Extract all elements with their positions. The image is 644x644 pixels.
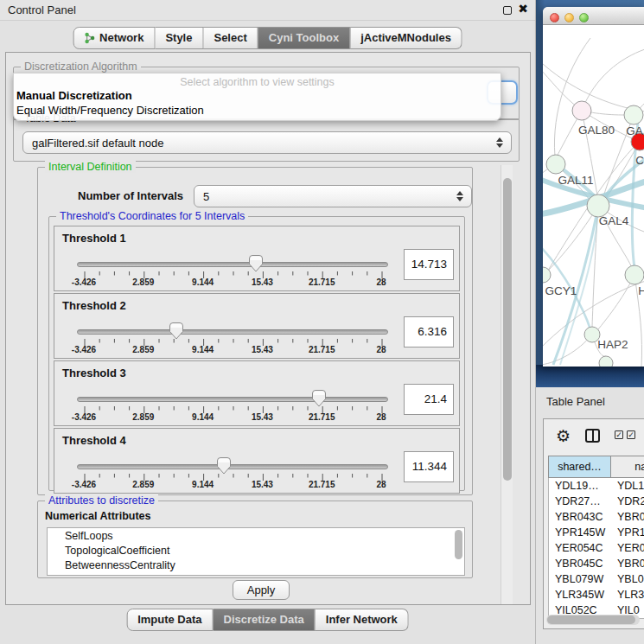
slider-tick-label: 2.859 [118, 480, 169, 489]
minimize-traffic-light-icon[interactable] [564, 13, 574, 22]
attributes-scrollbar[interactable] [455, 530, 462, 559]
network-node-bottom[interactable] [599, 356, 613, 367]
checkbox-icon[interactable]: ✓ [627, 430, 635, 439]
zoom-traffic-light-icon[interactable] [579, 13, 589, 22]
number-of-intervals-label: Number of Intervals [78, 189, 183, 202]
threshold-slider-track[interactable] [77, 464, 388, 469]
threshold-slider-track[interactable] [77, 262, 388, 267]
table-data-select[interactable]: galFiltered.sif default node [22, 131, 512, 154]
cell-shared-name[interactable]: YPR145W [549, 525, 611, 540]
threshold-label: Threshold 2 [62, 299, 126, 312]
checkbox-icon[interactable]: ✓ [615, 430, 623, 439]
cell-name[interactable]: YBR0 [611, 556, 644, 571]
float-window-icon[interactable] [503, 6, 512, 15]
cell-name[interactable]: YLR3 [611, 587, 644, 603]
combo-stepper-icon [496, 137, 503, 148]
threshold-value-field[interactable]: 6.316 [404, 316, 454, 348]
network-node-label: GAL11 [558, 174, 593, 187]
tab-style[interactable]: Style [155, 27, 203, 49]
cyni-toolbox-panel: Discretization Algorithm Select algorith… [5, 52, 531, 605]
tab-impute-data[interactable]: Impute Data [126, 609, 213, 631]
slider-tick-label: 28 [355, 277, 407, 287]
table-row[interactable]: YPR145WYPR1 [549, 525, 644, 540]
slider-tick-label: 2.859 [118, 277, 169, 287]
cell-shared-name[interactable]: YDL19… [549, 478, 611, 494]
network-edge [554, 38, 590, 164]
cell-name[interactable]: YDL1 [611, 478, 644, 494]
cell-shared-name[interactable]: YBL079W [549, 571, 611, 587]
threshold-slider-thumb[interactable] [312, 390, 326, 407]
threshold-value-field[interactable]: 11.344 [404, 451, 454, 482]
threshold-value-field[interactable]: 14.713 [404, 249, 454, 280]
network-node-gal11[interactable] [546, 155, 565, 174]
slider-tick-label: -3.426 [58, 480, 110, 489]
cell-shared-name[interactable]: YBR043C [549, 509, 611, 525]
tab-select[interactable]: Select [203, 27, 258, 49]
right-column: GAL80GACGAL11GAL4GCY1HHAP2 Table Panel ⚙… [536, 0, 644, 644]
threshold-panel-2: Threshold 2-3.4262.8599.14415.4321.71528… [54, 293, 460, 359]
algorithm-option-equal-width-frequency-discretization[interactable]: Equal Width/Frequency Discretization [14, 103, 501, 118]
table-hscrollbar-thumb[interactable] [547, 615, 635, 624]
panel-scrollbar-thumb[interactable] [503, 178, 512, 481]
attribute-item-betweennesscentrality[interactable]: BetweennessCentrality [48, 558, 464, 572]
cell-name[interactable]: YPR1 [611, 525, 644, 540]
cell-shared-name[interactable]: YDR27… [549, 494, 611, 509]
table-row[interactable]: YLR345WYLR3 [549, 587, 644, 603]
close-traffic-light-icon[interactable] [550, 13, 559, 22]
slider-tick-label: -3.426 [58, 412, 110, 422]
cell-name[interactable]: YBR0 [611, 509, 644, 525]
tab-jactivemnodules[interactable]: jActiveMNodules [350, 27, 462, 49]
number-of-intervals-select[interactable]: 5 [194, 185, 472, 207]
cell-shared-name[interactable]: YER054C [549, 540, 611, 556]
cell-name[interactable]: YBL0 [611, 571, 644, 587]
slider-tick-label: 9.144 [177, 345, 229, 354]
attribute-item-topologicalcoefficient[interactable]: TopologicalCoefficient [48, 543, 464, 558]
network-node-label: HAP2 [597, 338, 628, 351]
network-window-titlebar[interactable] [543, 7, 644, 25]
slider-tick-label: 28 [355, 480, 407, 489]
top-tab-bar: NetworkStyleSelectCyni ToolboxjActiveMNo… [73, 27, 462, 49]
table-hscrollbar-track[interactable] [546, 615, 640, 625]
cell-name[interactable]: YDR2 [611, 494, 644, 509]
threshold-slider-thumb[interactable] [169, 322, 183, 340]
network-node-label: GA [626, 124, 643, 137]
table-row[interactable]: YDR27…YDR2 [549, 494, 644, 509]
network-node-label: GCY1 [545, 284, 577, 297]
table-row[interactable]: YDL19…YDL1 [549, 478, 644, 494]
table-row[interactable]: YBR045CYBR0 [549, 556, 644, 571]
column-header-name[interactable]: name [611, 456, 644, 477]
tab-label: Discretize Data [224, 613, 304, 626]
cell-name[interactable]: YER0 [611, 540, 644, 556]
table-row[interactable]: YER054CYER0 [549, 540, 644, 556]
slider-tick-label: 9.144 [177, 412, 229, 422]
threshold-slider-thumb[interactable] [217, 457, 231, 475]
threshold-slider-track[interactable] [77, 397, 388, 402]
column-header-shared-name[interactable]: shared… [549, 456, 611, 477]
apply-button[interactable]: Apply [233, 580, 290, 600]
network-view-window[interactable]: GAL80GACGAL11GAL4GCY1HHAP2 [543, 7, 644, 367]
table-row[interactable]: YBL079WYBL0 [549, 571, 644, 587]
network-node-unlabeled-pink[interactable] [572, 101, 591, 120]
tab-network[interactable]: Network [73, 27, 155, 49]
attribute-item-selfloops[interactable]: SelfLoops [48, 528, 464, 543]
panel-scrollbar-track[interactable] [501, 165, 513, 604]
threshold-slider-thumb[interactable] [249, 255, 263, 272]
cell-shared-name[interactable]: YBR045C [549, 556, 611, 571]
gear-icon[interactable]: ⚙ [556, 426, 571, 446]
tab-infer-network[interactable]: Infer Network [316, 609, 409, 631]
slider-tick-label: -3.426 [58, 277, 110, 287]
network-node-h[interactable] [625, 265, 644, 284]
network-window-shadow-strip [536, 365, 644, 387]
algorithm-option-manual-discretization[interactable]: Manual Discretization [14, 88, 501, 103]
number-of-intervals-value: 5 [203, 190, 209, 203]
column-layout-icon[interactable] [585, 429, 600, 443]
table-row[interactable]: YBR043CYBR0 [549, 509, 644, 525]
threshold-slider-track[interactable] [77, 329, 388, 335]
network-node-gal80-neighbor[interactable] [624, 105, 643, 124]
network-canvas[interactable]: GAL80GACGAL11GAL4GCY1HHAP2 [543, 25, 644, 367]
threshold-value-field[interactable]: 21.4 [404, 384, 454, 415]
tab-discretize-data[interactable]: Discretize Data [214, 609, 316, 631]
close-icon[interactable]: ✖ [518, 2, 528, 16]
tab-cyni-toolbox[interactable]: Cyni Toolbox [258, 27, 350, 49]
cell-shared-name[interactable]: YLR345W [549, 587, 611, 603]
